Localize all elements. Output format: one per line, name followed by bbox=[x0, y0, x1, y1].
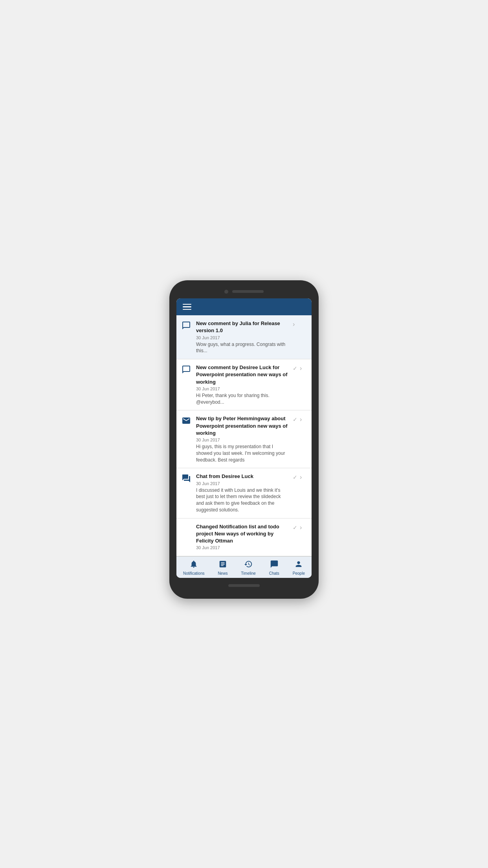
nav-icon-chats bbox=[270, 560, 279, 570]
notif-body-4: I discussed it with Louis and we think i… bbox=[196, 487, 289, 513]
notification-item-3[interactable]: New tip by Peter Hemmingway about Powerp… bbox=[176, 410, 312, 468]
notif-actions-2: ✓› bbox=[293, 365, 307, 372]
app-header bbox=[176, 298, 312, 316]
notif-icon-3 bbox=[180, 416, 192, 425]
arrow-icon[interactable]: › bbox=[300, 416, 302, 423]
nav-label-timeline: Timeline bbox=[241, 571, 255, 576]
notification-item-4[interactable]: Chat from Desiree Luck 30 Jun 2017 I dis… bbox=[176, 468, 312, 518]
phone-screen: New comment by Julia for Release version… bbox=[176, 298, 312, 578]
notif-date-1: 30 Jun 2017 bbox=[196, 335, 289, 340]
notification-item-5[interactable]: Changed Notification list and todo proje… bbox=[176, 519, 312, 557]
nav-icon-people bbox=[294, 560, 303, 570]
phone-outer: New comment by Julia for Release version… bbox=[169, 280, 319, 599]
check-icon[interactable]: ✓ bbox=[293, 474, 297, 480]
nav-item-people[interactable]: People bbox=[290, 560, 308, 576]
check-icon[interactable]: ✓ bbox=[293, 524, 297, 531]
speaker-bar bbox=[232, 290, 264, 293]
phone-camera-bar bbox=[176, 290, 312, 294]
nav-item-news[interactable]: News bbox=[215, 560, 231, 576]
arrow-icon[interactable]: › bbox=[300, 524, 302, 531]
page-wrapper: New comment by Julia for Release version… bbox=[163, 269, 325, 599]
notif-date-2: 30 Jun 2017 bbox=[196, 386, 289, 391]
notif-content-2: New comment by Desiree Luck for Powerpoi… bbox=[196, 364, 289, 405]
notif-title-3: New tip by Peter Hemmingway about Powerp… bbox=[196, 415, 289, 437]
notif-actions-1: › bbox=[293, 321, 307, 328]
nav-label-notifications: Notifications bbox=[183, 571, 204, 576]
notif-title-4: Chat from Desiree Luck bbox=[196, 473, 289, 480]
notif-icon-2 bbox=[180, 365, 192, 374]
notifications-list: New comment by Julia for Release version… bbox=[176, 315, 312, 556]
notif-title-2: New comment by Desiree Luck for Powerpoi… bbox=[196, 364, 289, 386]
notif-content-1: New comment by Julia for Release version… bbox=[196, 320, 289, 354]
arrow-icon[interactable]: › bbox=[293, 321, 295, 328]
notif-title-5: Changed Notification list and todo proje… bbox=[196, 523, 289, 545]
nav-label-news: News bbox=[218, 571, 227, 576]
notif-content-4: Chat from Desiree Luck 30 Jun 2017 I dis… bbox=[196, 473, 289, 513]
notif-content-3: New tip by Peter Hemmingway about Powerp… bbox=[196, 415, 289, 463]
notif-title-1: New comment by Julia for Release version… bbox=[196, 320, 289, 334]
notification-item-1[interactable]: New comment by Julia for Release version… bbox=[176, 315, 312, 359]
nav-item-notifications[interactable]: Notifications bbox=[180, 560, 207, 576]
nav-icon-notifications bbox=[189, 560, 198, 570]
nav-icon-timeline bbox=[244, 560, 253, 570]
nav-label-chats: Chats bbox=[269, 571, 279, 576]
nav-item-timeline[interactable]: Timeline bbox=[238, 560, 259, 576]
notif-body-3: Hi guys, this is my presentation that I … bbox=[196, 443, 289, 463]
nav-item-chats[interactable]: Chats bbox=[266, 560, 283, 576]
arrow-icon[interactable]: › bbox=[300, 365, 302, 372]
check-icon[interactable]: ✓ bbox=[293, 365, 297, 371]
hamburger-menu-button[interactable] bbox=[183, 304, 191, 310]
notif-icon-1 bbox=[180, 321, 192, 330]
hamburger-line-2 bbox=[183, 306, 191, 307]
notif-icon-4 bbox=[180, 474, 192, 483]
notification-item-2[interactable]: New comment by Desiree Luck for Powerpoi… bbox=[176, 359, 312, 410]
phone-bottom-bar bbox=[228, 584, 260, 587]
notif-body-1: Wow guys, what a progress. Congrats with… bbox=[196, 341, 289, 355]
notif-date-3: 30 Jun 2017 bbox=[196, 438, 289, 442]
hamburger-line-1 bbox=[183, 304, 191, 305]
nav-icon-news bbox=[218, 560, 227, 570]
nav-label-people: People bbox=[293, 571, 305, 576]
notif-body-2: Hi Peter, thank you for sharing this. @e… bbox=[196, 392, 289, 406]
hamburger-line-3 bbox=[183, 309, 191, 310]
notif-content-5: Changed Notification list and todo proje… bbox=[196, 523, 289, 552]
notif-actions-3: ✓› bbox=[293, 416, 307, 423]
bottom-nav: Notifications News Timeline Chats People bbox=[176, 556, 312, 578]
notif-date-4: 30 Jun 2017 bbox=[196, 481, 289, 486]
notif-date-5: 30 Jun 2017 bbox=[196, 545, 289, 550]
notif-actions-4: ✓› bbox=[293, 474, 307, 481]
notif-actions-5: ✓› bbox=[293, 524, 307, 531]
check-icon[interactable]: ✓ bbox=[293, 416, 297, 423]
top-banner bbox=[236, 269, 252, 280]
camera-dot bbox=[224, 290, 228, 294]
arrow-icon[interactable]: › bbox=[300, 474, 302, 481]
